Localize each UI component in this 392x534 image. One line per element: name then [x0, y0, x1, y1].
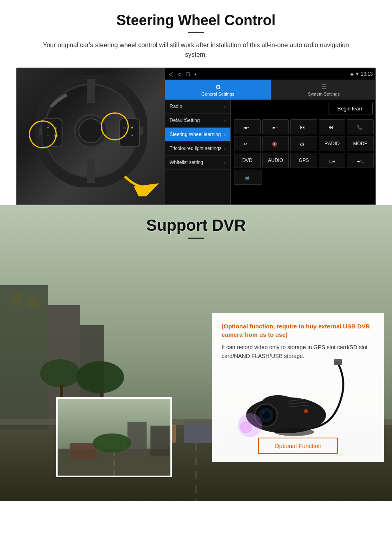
- steering-control-panel: Begin learn ⏭+ ⏮−: [231, 100, 376, 204]
- gear-icon: ⚙: [215, 83, 221, 91]
- chevron-icon: ›: [224, 118, 226, 123]
- menu-item-tricolour[interactable]: Tricoloured light settings ›: [165, 142, 230, 156]
- gps-button[interactable]: GPS: [290, 153, 317, 168]
- dvr-section-title: Support DVR: [0, 216, 392, 234]
- svg-rect-54: [335, 359, 341, 361]
- dvr-camera-svg: [226, 359, 370, 439]
- radio-button[interactable]: RADIO: [319, 136, 346, 151]
- tab-system-settings[interactable]: ☰ System Settings: [271, 80, 376, 100]
- svg-point-52: [93, 433, 131, 452]
- svg-text:📹: 📹: [244, 175, 250, 180]
- svg-text:⏻: ⏻: [300, 142, 304, 146]
- menu-default-label: DefaultSetting: [170, 118, 200, 123]
- svg-point-62: [304, 409, 308, 413]
- svg-point-61: [274, 428, 314, 436]
- svg-text:✱: ✱: [131, 126, 134, 130]
- button-row-1: ⏭+ ⏮− ⏮ ⏭: [234, 119, 374, 134]
- phone-button[interactable]: 📞: [347, 119, 374, 134]
- page-title: Steering Wheel Control: [16, 12, 376, 29]
- svg-text:⏭📞: ⏭📞: [357, 160, 364, 163]
- svg-text:⏭: ⏭: [328, 124, 333, 130]
- tab-general-settings[interactable]: ⚙ General Settings: [165, 80, 271, 100]
- tel-prev-button[interactable]: 📞⏮: [319, 153, 346, 168]
- vol-up-button[interactable]: ⏭+: [234, 119, 261, 134]
- dvr-title-area: Support DVR: [0, 205, 392, 239]
- begin-learn-button[interactable]: Begin learn: [328, 103, 373, 114]
- section-subtitle: Your original car's steering wheel contr…: [40, 40, 352, 60]
- menu-item-radio[interactable]: Radio ›: [165, 100, 230, 114]
- camera-button[interactable]: 📹: [234, 170, 262, 185]
- svg-text:📞: 📞: [357, 124, 363, 130]
- chevron-icon: ›: [224, 146, 226, 151]
- optional-function-button[interactable]: Optional Function: [258, 438, 338, 454]
- svg-rect-51: [150, 426, 170, 456]
- location-icon: ◈: [350, 71, 354, 77]
- tel-next-button[interactable]: ⏭📞: [347, 153, 374, 168]
- mode-button[interactable]: MODE: [347, 136, 374, 151]
- svg-text:📞⏮: 📞⏮: [328, 160, 335, 163]
- button-row-3: DVD AUDIO GPS 📞⏮ ⏭📞: [234, 153, 374, 168]
- status-bar: ◁ ○ □ ▪ ◈ ▾ 13:13: [165, 68, 376, 80]
- audio-button[interactable]: AUDIO: [262, 153, 289, 168]
- menu-radio-label: Radio: [170, 104, 182, 109]
- button-row-4: 📹: [234, 170, 374, 185]
- menu-item-steering[interactable]: Steering Wheel learning ›: [165, 128, 230, 142]
- dvr-camera-area: [222, 367, 374, 431]
- steering-section: Steering Wheel Control Your original car…: [0, 0, 392, 205]
- power-button[interactable]: ⏻: [290, 136, 317, 151]
- svg-point-38: [40, 359, 80, 387]
- dvr-optional-text: (Optional function, require to buy exter…: [222, 322, 374, 339]
- android-screen: ◁ ○ □ ▪ ◈ ▾ 13:13 ⚙ General Sett: [165, 68, 376, 204]
- dvr-section: Support DVR (Option: [0, 205, 392, 501]
- svg-rect-35: [28, 297, 38, 309]
- menu-whitelist-label: Whitelist setting: [170, 160, 203, 165]
- android-content: Radio › DefaultSetting › Steering Wheel …: [165, 100, 376, 204]
- home-icon[interactable]: ○: [178, 71, 181, 77]
- wifi-icon: ▾: [356, 71, 358, 77]
- nav-buttons: ◁ ○ □ ▪: [169, 71, 196, 77]
- android-ui-mockup: + − ▶| ☎ ◎ ✱ ⊙ ✦: [16, 68, 376, 205]
- status-indicators: ◈ ▾ 13:13: [350, 71, 373, 77]
- android-tabs: ⚙ General Settings ☰ System Settings: [165, 80, 376, 100]
- dvr-info-card: (Optional function, require to buy exter…: [212, 313, 384, 462]
- chevron-icon: ›: [224, 104, 226, 109]
- tab-system-label: System Settings: [308, 92, 340, 96]
- begin-learn-row: Begin learn: [231, 100, 376, 118]
- svg-text:⏭+: ⏭+: [244, 126, 249, 130]
- dvd-button[interactable]: DVD: [234, 153, 261, 168]
- preview-road-scene: [58, 399, 170, 476]
- svg-rect-34: [12, 293, 22, 305]
- vol-down-button[interactable]: ⏮−: [262, 119, 289, 134]
- arrow-indicator: [121, 168, 161, 196]
- svg-text:⏮: ⏮: [300, 124, 305, 130]
- mute-button[interactable]: 🔇: [262, 136, 289, 151]
- next-track-button[interactable]: ⏭: [319, 119, 346, 134]
- menu-tricolour-label: Tricoloured light settings: [170, 146, 222, 151]
- steering-wheel-photo: + − ▶| ☎ ◎ ✱ ⊙ ✦: [17, 68, 165, 204]
- settings-menu: Radio › DefaultSetting › Steering Wheel …: [165, 100, 231, 204]
- svg-text:✦: ✦: [131, 134, 134, 138]
- tab-general-label: General Settings: [202, 92, 234, 96]
- control-buttons-grid: ⏭+ ⏮− ⏮ ⏭: [231, 118, 376, 186]
- recents-icon[interactable]: □: [186, 71, 189, 77]
- svg-text:↩: ↩: [244, 142, 247, 146]
- clock: 13:13: [361, 71, 373, 77]
- prev-track-button[interactable]: ⏮: [290, 119, 317, 134]
- system-icon: ☰: [321, 83, 327, 91]
- svg-point-7: [79, 119, 103, 143]
- menu-icon[interactable]: ▪: [194, 71, 196, 77]
- svg-point-60: [262, 411, 265, 414]
- back-icon[interactable]: ◁: [169, 71, 173, 77]
- menu-item-whitelist[interactable]: Whitelist setting ›: [165, 156, 230, 170]
- menu-item-default[interactable]: DefaultSetting ›: [165, 114, 230, 128]
- hang-up-button[interactable]: ↩: [234, 136, 261, 151]
- svg-text:⏮−: ⏮−: [272, 126, 278, 130]
- svg-text:🔇: 🔇: [272, 142, 278, 147]
- chevron-icon: ›: [224, 160, 226, 165]
- dvr-description: It can record video only to storage in G…: [222, 343, 374, 361]
- menu-steering-label: Steering Wheel learning: [170, 132, 221, 137]
- svg-rect-33: [0, 285, 48, 429]
- svg-rect-50: [128, 422, 147, 456]
- dvr-preview-image: [56, 397, 172, 477]
- highlight-circle-left: [29, 120, 57, 148]
